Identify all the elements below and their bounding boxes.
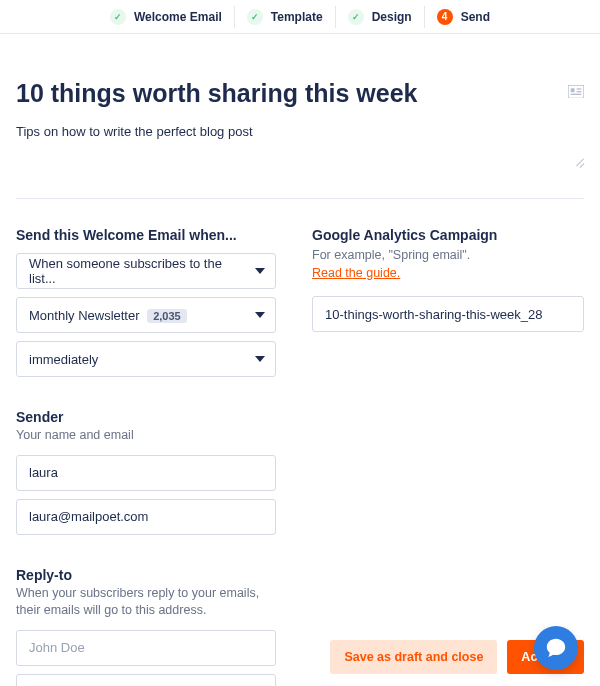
check-icon: ✓ (110, 9, 126, 25)
svg-rect-4 (571, 93, 582, 94)
sender-section: Sender Your name and email (16, 409, 276, 535)
check-icon: ✓ (247, 9, 263, 25)
select-value: immediately (29, 352, 98, 367)
ga-guide-link[interactable]: Read the guide. (312, 266, 400, 280)
step-number-icon: 4 (437, 9, 453, 25)
step-welcome-email[interactable]: ✓ Welcome Email (98, 6, 235, 28)
sender-hint: Your name and email (16, 427, 276, 445)
reply-to-email-field[interactable] (16, 674, 276, 687)
reply-to-name-input[interactable] (29, 640, 245, 655)
ga-campaign-input[interactable] (325, 307, 553, 322)
subject-text: Tips on how to write the perfect blog po… (16, 124, 253, 139)
sender-heading: Sender (16, 409, 276, 425)
check-icon: ✓ (348, 9, 364, 25)
trigger-list-select[interactable]: Monthly Newsletter 2,035 (16, 297, 276, 333)
reply-to-section: Reply-to When your subscribers reply to … (16, 567, 276, 687)
ga-hint: For example, "Spring email". (312, 248, 470, 262)
step-template[interactable]: ✓ Template (235, 6, 336, 28)
svg-rect-3 (577, 91, 582, 92)
select-value: Monthly Newsletter 2,035 (29, 308, 187, 323)
step-label: Welcome Email (134, 10, 222, 24)
resize-handle-icon[interactable] (574, 156, 584, 166)
reply-to-hint: When your subscribers reply to your emai… (16, 585, 276, 620)
chevron-down-icon (255, 268, 265, 274)
svg-rect-2 (577, 88, 582, 89)
select-value: When someone subscribes to the list... (29, 256, 245, 286)
help-chat-button[interactable] (534, 626, 578, 670)
step-label: Design (372, 10, 412, 24)
sender-name-input[interactable] (29, 465, 245, 480)
ga-heading: Google Analytics Campaign (312, 227, 584, 243)
chevron-down-icon (255, 312, 265, 318)
sender-name-field[interactable] (16, 455, 276, 491)
subscriber-count-badge: 2,035 (147, 309, 187, 323)
sender-email-input[interactable] (29, 509, 245, 524)
reply-to-name-field[interactable] (16, 630, 276, 666)
svg-rect-1 (571, 88, 575, 92)
subject-line[interactable]: Tips on how to write the perfect blog po… (16, 124, 584, 164)
svg-rect-0 (568, 85, 584, 98)
chat-icon (545, 637, 567, 659)
chevron-down-icon (255, 356, 265, 362)
address-card-icon[interactable] (568, 84, 584, 98)
trigger-heading: Send this Welcome Email when... (16, 227, 276, 243)
step-label: Send (461, 10, 490, 24)
trigger-delay-select[interactable]: immediately (16, 341, 276, 377)
step-design[interactable]: ✓ Design (336, 6, 425, 28)
ga-campaign-field[interactable] (312, 296, 584, 332)
reply-to-heading: Reply-to (16, 567, 276, 583)
wizard-stepper: ✓ Welcome Email ✓ Template ✓ Design 4 Se… (0, 0, 600, 34)
step-send[interactable]: 4 Send (425, 6, 502, 28)
trigger-event-select[interactable]: When someone subscribes to the list... (16, 253, 276, 289)
list-label: Monthly Newsletter (29, 308, 140, 323)
page-title[interactable]: 10 things worth sharing this week (16, 78, 417, 108)
save-draft-button[interactable]: Save as draft and close (330, 640, 497, 674)
divider (16, 198, 584, 199)
sender-email-field[interactable] (16, 499, 276, 535)
step-label: Template (271, 10, 323, 24)
